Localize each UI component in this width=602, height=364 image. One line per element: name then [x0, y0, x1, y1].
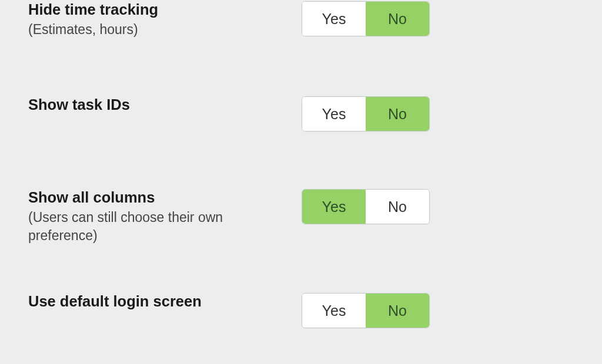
toggle-no-hide-time-tracking[interactable]: No [366, 2, 429, 36]
toggle-yes-show-task-ids[interactable]: Yes [302, 97, 366, 131]
toggle-show-all-columns: Yes No [302, 189, 430, 224]
setting-label-col: Show all columns (Users can still choose… [28, 188, 302, 245]
setting-subtitle: (Users can still choose their own prefer… [28, 208, 263, 245]
toggle-yes-show-all-columns[interactable]: Yes [302, 190, 366, 224]
setting-subtitle: (Estimates, hours) [28, 21, 263, 39]
toggle-no-show-all-columns[interactable]: No [366, 190, 429, 224]
toggle-yes-use-default-login-screen[interactable]: Yes [302, 294, 366, 328]
setting-row-show-all-columns: Show all columns (Users can still choose… [28, 183, 574, 245]
setting-row-hide-time-tracking: Hide time tracking (Estimates, hours) Ye… [28, 0, 574, 39]
toggle-hide-time-tracking: Yes No [302, 1, 430, 36]
toggle-col: Yes No [302, 95, 430, 132]
setting-title: Hide time tracking [28, 0, 302, 19]
setting-label-col: Hide time tracking (Estimates, hours) [28, 0, 302, 39]
setting-title: Show all columns [28, 188, 302, 207]
toggle-no-use-default-login-screen[interactable]: No [366, 294, 429, 328]
toggle-col: Yes No [302, 188, 430, 224]
toggle-use-default-login-screen: Yes No [302, 293, 430, 328]
setting-label-col: Use default login screen [28, 292, 302, 311]
toggle-yes-hide-time-tracking[interactable]: Yes [302, 2, 366, 36]
toggle-no-show-task-ids[interactable]: No [366, 97, 429, 131]
setting-title: Use default login screen [28, 292, 302, 311]
toggle-show-task-ids: Yes No [302, 96, 430, 132]
setting-row-show-task-ids: Show task IDs Yes No [28, 90, 574, 132]
setting-row-use-default-login-screen: Use default login screen Yes No [28, 287, 574, 328]
toggle-col: Yes No [302, 0, 430, 36]
setting-label-col: Show task IDs [28, 95, 302, 114]
toggle-col: Yes No [302, 292, 430, 328]
setting-title: Show task IDs [28, 95, 302, 114]
